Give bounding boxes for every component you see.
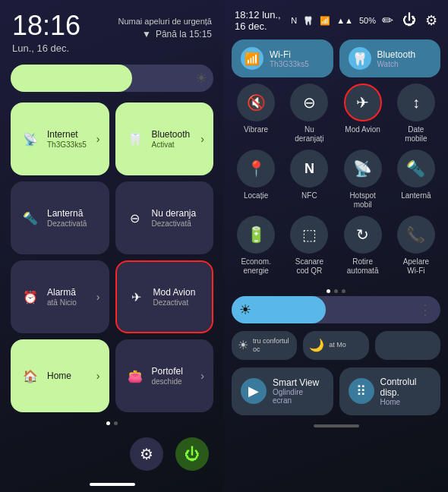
control-disp-icon: ⠿	[349, 378, 374, 404]
economie-label: Econom.energie	[241, 257, 270, 276]
noapte-label: at Mo	[329, 341, 346, 349]
small-tiles-grid-row1: 🔇 Vibrare ⊖ Nuderanjați ✈ Mod Avion ↕ Da…	[232, 84, 440, 144]
bluetooth-label: Bluetooth	[152, 129, 195, 140]
small-tile-apelare-wifi[interactable]: 📞 ApelareWi-Fi	[392, 216, 440, 276]
smart-view-label: Smart View	[273, 377, 324, 388]
settings-icon[interactable]: ⚙	[425, 12, 437, 29]
small-tile-hotspot[interactable]: 📡 Hotspotmobil	[339, 150, 387, 210]
left-emergency: Numai apeluri de urgență	[118, 17, 212, 26]
confort-icon: ☀	[238, 338, 248, 352]
tile-alarma[interactable]: ⏰ Alarmă ată Nicio ›	[11, 260, 109, 333]
small-tile-mod-avion[interactable]: ✈ Mod Avion	[339, 84, 387, 144]
nfc-status-icon: N	[291, 16, 297, 25]
small-tile-scanare[interactable]: ⬚ Scanarecod QR	[285, 216, 333, 276]
lanterna-icon: 🔦	[20, 207, 41, 229]
small-tile-vibrare[interactable]: 🔇 Vibrare	[232, 84, 280, 144]
left-panel: 18:16 Numai apeluri de urgență ▼ Până la…	[0, 0, 224, 492]
scanare-label: Scanarecod QR	[295, 257, 323, 276]
tile-portofel[interactable]: 👛 Portofel deschide ›	[115, 339, 214, 412]
confort-ocular-tile[interactable]: ☀ tru confortul oc	[232, 331, 297, 360]
tile-smart-view[interactable]: ▶ Smart View Oglindire ecran	[232, 367, 333, 415]
power-icon[interactable]: ⏻	[402, 12, 416, 29]
edit-icon[interactable]: ✏	[382, 12, 393, 29]
left-date-row: ▼ Până la 15:15	[142, 29, 212, 39]
small-tile-lanterna-right[interactable]: 🔦 Lanternă	[392, 150, 440, 210]
mod-avion-right-icon: ✈	[344, 84, 382, 121]
bluetooth-icon: 🦷	[125, 128, 146, 150]
left-brightness-row[interactable]: ☀	[0, 58, 224, 98]
vibrare-label: Vibrare	[244, 125, 268, 134]
color-row-inner: ☀ tru confortul oc 🌙 at Mo	[232, 331, 440, 360]
right-brightness-row[interactable]: ☀ ⋮	[224, 296, 448, 328]
home-icon: 🏠	[20, 365, 41, 386]
left-time: 18:16	[12, 12, 80, 39]
color-row: ☀ tru confortul oc 🌙 at Mo	[224, 328, 448, 364]
tile-bluetooth-right[interactable]: 🦷 Bluetooth Watch	[339, 39, 441, 77]
lanterna-right-icon: 🔦	[397, 150, 435, 188]
small-tile-nu-deranjati[interactable]: ⊖ Nuderanjați	[285, 84, 333, 144]
rotire-label: Rotireautomată	[347, 257, 379, 276]
internet-icon: 📡	[20, 128, 41, 150]
left-power-button[interactable]: ⏻	[175, 437, 209, 471]
left-date-text: Lun., 16 dec.	[12, 43, 69, 54]
power-icon: ⏻	[185, 446, 200, 463]
tile-home[interactable]: 🏠 Home ›	[11, 339, 109, 412]
portofel-arrow: ›	[200, 370, 204, 382]
right-status-bar: 18:12 lun., 16 dec. N 🦷 📶 ▲▲ 50% ✏ ⏻ ⚙	[224, 0, 448, 36]
home-arrow: ›	[96, 370, 100, 382]
economie-icon: 🔋	[237, 216, 275, 254]
right-brightness-icon: ☀	[239, 301, 251, 318]
left-date: Lun., 16 dec.	[0, 43, 224, 58]
small-tile-economie[interactable]: 🔋 Econom.energie	[232, 216, 280, 276]
small-tile-nfc[interactable]: N NFC	[285, 150, 333, 210]
extra-tile[interactable]	[375, 331, 440, 360]
left-settings-button[interactable]: ⚙	[130, 437, 163, 471]
right-top-icons: N 🦷 📶 ▲▲ 50% ✏ ⏻ ⚙	[291, 12, 437, 29]
left-wifi-label: Până la 15:15	[156, 29, 212, 39]
locatie-icon: 📍	[237, 150, 275, 188]
tile-internet[interactable]: 📡 Internet Th3G33ks5 ›	[11, 102, 109, 175]
nu-deranjati-label: Nuderanjați	[295, 125, 323, 144]
nfc-icon: N	[290, 150, 328, 188]
mod-noapte-tile[interactable]: 🌙 at Mo	[303, 331, 368, 360]
vibrare-icon: 🔇	[237, 84, 275, 121]
confort-label: tru confortul oc	[253, 337, 291, 354]
small-tiles-grid-row2: 📍 Locație N NFC 📡 Hotspotmobil 🔦 Lantern…	[232, 150, 440, 210]
tile-mod-avion[interactable]: ✈ Mod Avion Dezactivat	[115, 260, 214, 333]
right-brightness-slider[interactable]: ☀ ⋮	[232, 296, 440, 323]
control-disp-label: Controlul disp.	[380, 377, 432, 398]
small-tile-locatie[interactable]: 📍 Locație	[232, 150, 280, 210]
left-nav-indicator	[90, 483, 135, 486]
hotspot-label: Hotspotmobil	[349, 191, 375, 210]
mod-avion-icon: ✈	[126, 286, 147, 308]
right-brightness-menu[interactable]: ⋮	[418, 301, 433, 318]
alarma-icon: ⏰	[20, 286, 41, 308]
smart-view-sublabel: Oglindire ecran	[273, 388, 324, 405]
scanare-icon: ⬚	[290, 216, 328, 254]
bluetooth-arrow: ›	[200, 133, 204, 145]
small-tile-rotire[interactable]: ↻ Rotireautomată	[339, 216, 387, 276]
left-page-dots	[0, 417, 224, 430]
tile-nu-deranja[interactable]: ⊖ Nu deranja Dezactivată	[115, 181, 214, 254]
lanterna-sublabel: Dezactivată	[47, 219, 100, 228]
dot-1	[106, 421, 110, 425]
apelare-wifi-label: ApelareWi-Fi	[403, 257, 429, 276]
bluetooth-right-sublabel: Watch	[377, 60, 432, 68]
nu-deranjati-icon: ⊖	[290, 84, 328, 121]
small-tile-date-mobile[interactable]: ↕ Datemobile	[392, 84, 440, 144]
date-mobile-label: Datemobile	[405, 125, 427, 144]
lanterna-label: Lanternă	[47, 208, 100, 219]
right-dot-3	[342, 289, 345, 293]
bluetooth-right-label: Bluetooth	[377, 49, 432, 60]
battery-text: 50%	[359, 16, 376, 25]
apelare-wifi-icon: 📞	[397, 216, 435, 254]
tile-control-disp[interactable]: ⠿ Controlul disp. Home	[339, 367, 441, 415]
tile-lanterna[interactable]: 🔦 Lanternă Dezactivată	[11, 181, 109, 254]
tile-wifi[interactable]: 📶 Wi-Fi Th3G33ks5	[232, 39, 333, 77]
dot-2	[114, 421, 118, 425]
brightness-slider[interactable]: ☀	[11, 65, 213, 92]
left-bottom-bar: ⚙ ⏻	[0, 430, 224, 483]
noapte-icon: 🌙	[309, 338, 324, 352]
tile-bluetooth[interactable]: 🦷 Bluetooth Activat ›	[115, 102, 214, 175]
portofel-sublabel: deschide	[152, 377, 195, 386]
